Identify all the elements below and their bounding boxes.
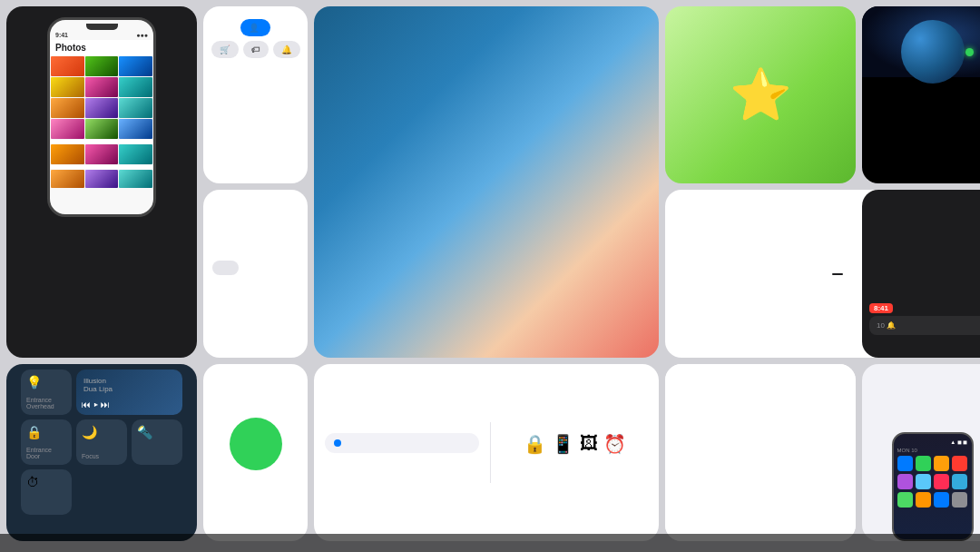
lock-icon: 🔒 (26, 425, 42, 439)
mail-tile: 👤 🛒 🏷 🔔 (203, 6, 308, 183)
hs-phone: ▲ ◼ ◼ MON 10 (892, 432, 974, 541)
satellite-label (926, 172, 940, 183)
blue-dot (334, 439, 341, 447)
home-screen-title (927, 421, 938, 432)
clock-icon: ⏰ (603, 433, 626, 455)
lock-icon-2: 🔒 (524, 433, 546, 455)
photos-label (94, 343, 109, 358)
stocks-icon (916, 492, 931, 508)
signal-dot (965, 48, 974, 56)
mail-pills-row2: 🛒 🏷 🔔 (206, 41, 306, 58)
hidden-word (832, 273, 843, 275)
photos-app-header: Photos (50, 40, 153, 55)
send-later-header (325, 433, 479, 453)
notes-icon (897, 492, 913, 508)
reminders-icon (952, 474, 967, 489)
promo-pill[interactable]: 🏷 (243, 41, 269, 58)
state-mind-tile: ⭐ (665, 6, 856, 183)
emoji-tile (203, 190, 308, 358)
lock-screen-section: 🔒 📱 🖼 ⏰ (491, 426, 660, 479)
earth-icon (901, 20, 965, 84)
send-later-tile: 🔒 📱 🖼 ⏰ (314, 364, 659, 541)
cc-btn-1[interactable]: 💡 Entrance Overhead (21, 370, 72, 415)
cc-btn-timer[interactable]: ⏱ (21, 469, 72, 515)
control-center-tile: 💡 Entrance Overhead IllusionDua Lipa ⏮ ▶… (6, 364, 197, 541)
cc-btn-photo[interactable]: IllusionDua Lipa ⏮ ▶ ⏭ (76, 370, 182, 415)
photos-tile: 9:41 ●●● Photos (6, 6, 197, 358)
photos-phone: 9:41 ●●● Photos (47, 17, 156, 217)
moon-icon: 🌙 (82, 425, 97, 439)
rcs-tile (203, 364, 308, 541)
messages-icon (897, 456, 913, 471)
rem-badge: 8:41 (869, 303, 893, 313)
main-grid: 9:41 ●●● Photos (0, 0, 980, 552)
ios-tile (314, 6, 659, 358)
phone-icon: 📱 (552, 433, 574, 455)
timer-icon: ⏱ (26, 475, 39, 489)
state-mind-label (753, 172, 768, 183)
rcs-badge (230, 418, 282, 470)
photos-app-icon (934, 456, 949, 471)
emoji-label (249, 284, 263, 296)
lightbulb-icon: 💡 (26, 375, 42, 389)
locked-text (819, 273, 849, 275)
send-later-label (395, 460, 409, 472)
emoji-wrap (203, 251, 308, 284)
image-icon: 🖼 (580, 433, 598, 455)
camera-icon (952, 456, 967, 471)
lock-screen-label (567, 460, 582, 472)
send-later-section (314, 422, 491, 483)
emoji-bubble (212, 261, 239, 275)
clock-app-icon (897, 474, 913, 489)
extra-icon (934, 492, 949, 508)
cart-pill[interactable]: 🛒 (211, 41, 239, 58)
lock-screen-icons: 🔒 📱 🖼 ⏰ (524, 433, 626, 455)
calendar-icon (916, 456, 931, 471)
app-grid (897, 456, 968, 508)
rem-bar: 10 🔔 (869, 316, 980, 335)
primary-pill[interactable]: 👤 (240, 19, 270, 36)
cc-btn-lock[interactable]: 🔒 Entrance Door (21, 419, 72, 465)
notif-pill[interactable]: 🔔 (273, 41, 300, 58)
mail-label (249, 63, 263, 74)
star-icon: ⭐ (665, 17, 856, 172)
mail-pills: 👤 (235, 19, 276, 36)
branding-bar (0, 534, 980, 552)
game-mode-label (753, 468, 768, 480)
photos-inner: 9:41 ●●● Photos (6, 6, 197, 343)
person-icon: 👤 (249, 23, 260, 33)
rcs-label (249, 476, 263, 488)
cc-btn-flashlight[interactable]: 🔦 (132, 419, 182, 465)
cc-btn-moon[interactable]: 🌙 Focus (76, 419, 127, 465)
maps-icon (916, 474, 931, 489)
flashlight-icon: 🔦 (137, 425, 152, 439)
reminders-label (869, 339, 884, 350)
reminders-tile: 8:41 10 🔔 (862, 190, 980, 358)
larger-icons-tile (665, 364, 856, 541)
cc-grid: 💡 Entrance Overhead IllusionDua Lipa ⏮ ▶… (14, 364, 190, 522)
weather-icon (934, 474, 949, 489)
extra-icon-2 (952, 492, 967, 508)
home-screen-tile: ▲ ◼ ◼ MON 10 (862, 364, 980, 541)
satellite-tile (862, 6, 980, 183)
control-center-label (94, 522, 109, 534)
